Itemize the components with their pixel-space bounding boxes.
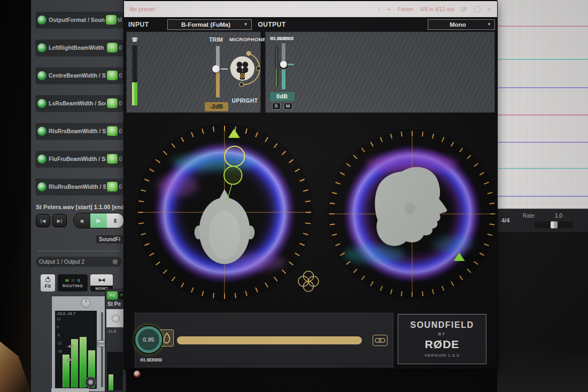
param-value: 0 bbox=[119, 101, 122, 106]
trim-handle[interactable] bbox=[212, 65, 220, 73]
ui-toggle-button[interactable]: UI bbox=[461, 6, 467, 12]
output-channel-label: RLU.RRU bbox=[266, 35, 298, 41]
gain-handle[interactable] bbox=[280, 61, 287, 68]
master-fx-label: FX bbox=[45, 283, 51, 289]
scale-tick-label: -6 bbox=[57, 333, 61, 337]
media-transport: |◀ ▶| ■ ▶ ‖ bbox=[36, 213, 126, 228]
gain-value-badge: 0dB bbox=[270, 92, 295, 101]
power-icon bbox=[45, 278, 50, 282]
param-knob-icon[interactable] bbox=[37, 43, 47, 52]
transport-rate-toolbar: 4/4 Rate: 1.0 bbox=[497, 209, 588, 232]
input-format-dropdown[interactable]: B-Format (FuMa) ▼ bbox=[167, 19, 252, 30]
output-route-selector[interactable]: Output 1 / Output 2 bbox=[36, 257, 122, 267]
polar-visualization-area bbox=[124, 113, 497, 312]
param-label: OutputFormat / SoundF bbox=[49, 17, 105, 23]
rate-slider[interactable] bbox=[535, 221, 573, 228]
mute-button[interactable]: M bbox=[284, 103, 292, 110]
microphone-control: MICROPHONE UPRIGHT bbox=[229, 36, 260, 104]
route-knob[interactable] bbox=[112, 258, 119, 265]
master-fader-track[interactable] bbox=[101, 312, 103, 387]
param-value: 0 bbox=[119, 156, 122, 162]
trim-title: TRIM bbox=[205, 36, 227, 43]
output-gain-slider[interactable] bbox=[272, 43, 293, 89]
led-mono: M bbox=[65, 278, 69, 283]
param-value: 0 bbox=[119, 73, 122, 79]
selection-circle-green[interactable] bbox=[224, 166, 242, 185]
param-label: LsRsBeamWidth / Sour bbox=[49, 100, 106, 106]
param-row[interactable]: RluRruBeamWidth / So 0 bbox=[36, 179, 123, 195]
track-pan-area bbox=[106, 309, 125, 327]
param-mod-button[interactable] bbox=[107, 126, 118, 136]
knob-link-bar bbox=[177, 336, 362, 344]
preset-add-button[interactable]: + bbox=[388, 6, 391, 12]
record-arm-icon[interactable] bbox=[134, 371, 141, 378]
pan-knob[interactable] bbox=[81, 298, 91, 308]
output-format-value: Mono bbox=[431, 21, 484, 28]
param-knob-icon[interactable] bbox=[37, 99, 47, 108]
param-knob-icon[interactable] bbox=[37, 127, 47, 136]
param-knob-icon[interactable] bbox=[37, 71, 47, 80]
param-label: RluRruBeamWidth / So bbox=[49, 183, 106, 190]
param-mod-button[interactable] bbox=[107, 98, 118, 108]
beam-width-knob[interactable]: 0.95 bbox=[135, 326, 162, 353]
skip-back-button[interactable]: |◀ bbox=[36, 214, 50, 227]
track-separator-line bbox=[497, 114, 588, 116]
led-send: S bbox=[78, 278, 80, 283]
master-routing-button[interactable]: M R S ROUTING bbox=[58, 274, 88, 291]
param-knob-icon[interactable] bbox=[37, 16, 47, 25]
trim-slider[interactable] bbox=[214, 46, 218, 97]
skip-forward-button[interactable]: ▶| bbox=[52, 214, 67, 227]
top-view-polar-display[interactable] bbox=[135, 122, 314, 302]
io-pin-button[interactable]: 4/8 in 4/12 out bbox=[420, 6, 454, 12]
param-mod-button[interactable] bbox=[107, 154, 118, 164]
solo-button[interactable]: S bbox=[272, 103, 281, 110]
param-knob-icon[interactable] bbox=[37, 155, 47, 164]
track-fx-button[interactable]: FX bbox=[107, 291, 118, 299]
microphone-orientation-dial[interactable] bbox=[229, 42, 260, 95]
time-signature[interactable]: 4/4 bbox=[501, 217, 509, 224]
preset-updown-icon[interactable]: ↕ bbox=[378, 6, 381, 12]
track-meter bbox=[107, 352, 123, 390]
screen-photo: OutputFormat / SoundF M LeftRightBeamWid… bbox=[0, 0, 588, 392]
brand-name: SOUNDFIELD bbox=[411, 320, 474, 330]
input-meter bbox=[132, 45, 137, 105]
param-row[interactable]: CentreBeamWidth / So 0 bbox=[36, 67, 123, 83]
track-separator-line bbox=[497, 196, 588, 197]
param-mod-button[interactable] bbox=[106, 15, 117, 25]
side-view-polar-display[interactable] bbox=[326, 128, 498, 300]
pause-button[interactable]: ‖ bbox=[107, 213, 123, 228]
bypass-check-icon[interactable]: ✓ bbox=[488, 6, 492, 12]
meter-values: -42-54 bbox=[67, 344, 73, 362]
wet-dry-knob[interactable] bbox=[474, 6, 481, 13]
fx-preset-bar: No preset ↕ + Param 4/8 in 4/12 out UI ✓ bbox=[124, 1, 497, 17]
energy-patch-teal bbox=[432, 236, 473, 252]
screen-dark-area bbox=[497, 232, 588, 392]
param-value: M bbox=[118, 17, 122, 23]
output-format-dropdown[interactable]: Mono ▼ bbox=[428, 19, 495, 30]
preset-dropdown[interactable]: No preset bbox=[129, 6, 371, 12]
gear-icon[interactable] bbox=[85, 376, 96, 388]
param-mod-button[interactable] bbox=[107, 71, 118, 80]
param-mod-button[interactable] bbox=[107, 43, 118, 52]
link-knobs-button[interactable] bbox=[373, 335, 388, 346]
meter-scale: 126-6-12-18 bbox=[57, 317, 61, 353]
param-row[interactable]: OutputFormat / SoundF M bbox=[36, 12, 123, 28]
gain-fill bbox=[282, 64, 285, 89]
param-knob-icon[interactable] bbox=[37, 182, 47, 191]
param-menu-button[interactable]: Param bbox=[398, 6, 413, 12]
rate-value: 1.0 bbox=[555, 213, 562, 219]
play-button[interactable]: ▶ bbox=[90, 213, 107, 228]
param-row[interactable]: FluFruBeamWidth / Sou 0 bbox=[36, 151, 123, 167]
selection-circle-yellow[interactable] bbox=[225, 146, 245, 166]
param-row[interactable]: RlsRrsBeamWidth / Sou 0 bbox=[36, 123, 123, 139]
rate-slider-handle[interactable] bbox=[551, 221, 558, 228]
input-panel: W X Y Z bbox=[126, 32, 261, 113]
master-fx-button[interactable]: FX bbox=[41, 274, 55, 291]
track-pan-knob[interactable] bbox=[112, 314, 120, 322]
output-channel: RLU.RRU 0dB S M bbox=[266, 35, 298, 110]
param-mod-button[interactable] bbox=[107, 182, 118, 191]
param-row[interactable]: LsRsBeamWidth / Sour 0 bbox=[36, 95, 123, 111]
stop-button[interactable]: ■ bbox=[74, 213, 90, 228]
param-row[interactable]: LeftRightBeamWidth / S 0 bbox=[36, 40, 123, 56]
output-section-label: OUTPUT bbox=[258, 21, 286, 28]
